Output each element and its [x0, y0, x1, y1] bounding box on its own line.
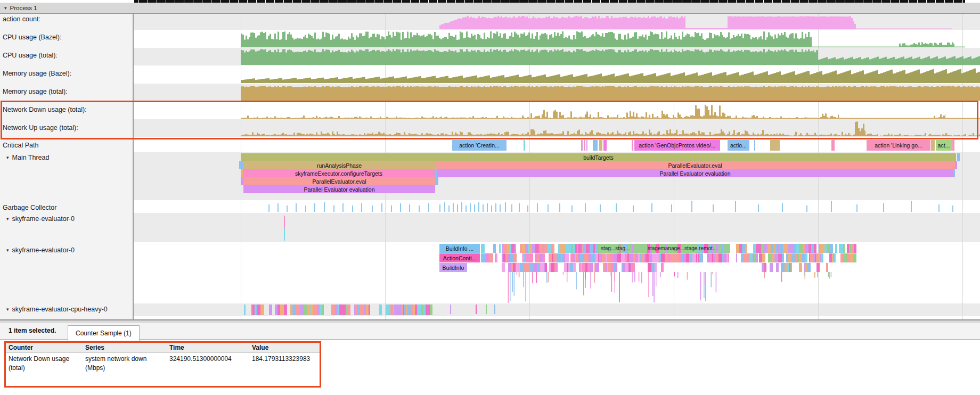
- slice-fragment[interactable]: [758, 244, 761, 253]
- slice-fragment[interactable]: [388, 305, 389, 315]
- async-drip-line[interactable]: [614, 272, 615, 293]
- slice-fragment[interactable]: [505, 253, 507, 262]
- slice-fragment[interactable]: [832, 253, 833, 262]
- slice-fragment[interactable]: [564, 263, 567, 272]
- slice-fragment[interactable]: [611, 263, 614, 272]
- slice-fragment[interactable]: [508, 263, 511, 272]
- slice-fragment[interactable]: [369, 305, 370, 315]
- slice-fragment[interactable]: [768, 253, 772, 262]
- slice-fragment[interactable]: [844, 253, 847, 262]
- slice-fragment[interactable]: [630, 244, 632, 253]
- slice-fragment[interactable]: [820, 253, 821, 262]
- slice-fragment[interactable]: [530, 263, 534, 272]
- slice-act-[interactable]: act...: [936, 140, 952, 151]
- async-drip-line[interactable]: [594, 272, 595, 283]
- slice-fragment[interactable]: [296, 305, 300, 315]
- slice-fragment[interactable]: [625, 253, 627, 262]
- slice-fragment[interactable]: [476, 305, 477, 314]
- slice-fragment[interactable]: [683, 253, 686, 262]
- slice-block[interactable]: [593, 140, 598, 151]
- evaluator-event-tick[interactable]: [284, 228, 285, 241]
- slice-fragment[interactable]: [629, 253, 631, 262]
- async-drip-line[interactable]: [704, 272, 705, 285]
- slice-fragment[interactable]: [778, 253, 782, 262]
- slice-fragment[interactable]: [534, 263, 537, 272]
- slice-fragment[interactable]: [313, 305, 317, 315]
- slice-buildtargets[interactable]: buildTargets: [241, 153, 956, 161]
- slice-fragment[interactable]: [787, 263, 789, 272]
- slice-fragment[interactable]: [749, 253, 753, 262]
- async-drip-line[interactable]: [641, 272, 642, 283]
- slice-fragment[interactable]: [799, 253, 802, 262]
- slice-buildinfo-[interactable]: BuildInfo ...: [439, 244, 480, 253]
- slice-fragment[interactable]: [742, 244, 745, 253]
- slice-fragment[interactable]: [721, 244, 724, 253]
- slice-fragment[interactable]: [667, 253, 671, 262]
- slice-fragment[interactable]: [648, 263, 651, 272]
- slice-fragment[interactable]: [748, 253, 749, 262]
- slice-fragment[interactable]: [558, 253, 560, 262]
- slice-block[interactable]: [586, 140, 587, 151]
- slice-fragment[interactable]: [355, 305, 357, 315]
- slice-fragment[interactable]: [503, 253, 505, 262]
- async-drip-line[interactable]: [514, 272, 515, 296]
- slice-fragment[interactable]: [307, 305, 309, 315]
- slice-fragment[interactable]: [331, 305, 335, 315]
- slice-fragment[interactable]: [568, 263, 570, 272]
- slice-fragment[interactable]: [244, 305, 246, 315]
- slice-fragment[interactable]: [586, 253, 589, 262]
- slice-fragment[interactable]: [304, 305, 307, 315]
- async-drip-line[interactable]: [585, 272, 586, 279]
- async-drip-line[interactable]: [576, 272, 577, 290]
- slice-fragment[interactable]: [565, 253, 569, 262]
- slice-fragment[interactable]: [590, 244, 593, 253]
- slice-fragment[interactable]: [481, 244, 485, 253]
- slice-fragment[interactable]: [818, 253, 820, 262]
- slice-fragment[interactable]: [520, 244, 522, 253]
- slice-fragment[interactable]: [724, 253, 726, 262]
- slice-fragment[interactable]: [494, 305, 495, 314]
- slice-fragment[interactable]: [390, 305, 393, 315]
- slice-fragment[interactable]: [713, 253, 715, 262]
- slice-fragment[interactable]: [486, 253, 488, 262]
- slice-fragment[interactable]: [415, 305, 417, 315]
- slice-fragment[interactable]: [495, 253, 496, 262]
- slice-fragment[interactable]: [644, 244, 647, 253]
- slice-fragment[interactable]: [539, 244, 543, 253]
- slice-block[interactable]: [952, 140, 954, 151]
- slice-fragment[interactable]: [280, 305, 284, 315]
- slice-fragment[interactable]: [753, 253, 754, 262]
- slice-fragment[interactable]: [255, 305, 256, 315]
- async-drip-line[interactable]: [639, 272, 640, 282]
- evaluator-event-tick[interactable]: [284, 216, 285, 228]
- slice-fragment[interactable]: [654, 253, 656, 262]
- slice-actionconti-[interactable]: ActionConti...: [439, 253, 480, 262]
- slice-fragment[interactable]: [602, 253, 606, 262]
- slice-block[interactable]: [931, 140, 935, 151]
- slice-fragment[interactable]: [582, 263, 585, 272]
- slice-fragment[interactable]: [756, 244, 758, 253]
- slice-fragment[interactable]: [312, 305, 313, 315]
- slice-fragment[interactable]: [805, 253, 807, 262]
- slice-fragment[interactable]: [259, 305, 260, 315]
- slice-fragment[interactable]: [513, 263, 516, 272]
- tab-counter-sample[interactable]: Counter Sample (1): [68, 325, 140, 341]
- slice-fragment[interactable]: [839, 244, 840, 253]
- slice-fragment[interactable]: [486, 305, 487, 314]
- counter-series-net-up[interactable]: [241, 121, 980, 136]
- slice-fragment[interactable]: [742, 253, 743, 262]
- slice-fragment[interactable]: [625, 263, 628, 272]
- slice-fragment[interactable]: [605, 263, 607, 272]
- slice-fragment[interactable]: [502, 244, 503, 253]
- slice-fragment[interactable]: [715, 253, 717, 262]
- slice-fragment[interactable]: [528, 244, 530, 253]
- slice-fragment[interactable]: [644, 253, 646, 262]
- slice-runanalysisphase[interactable]: runAnalysisPhase: [243, 161, 435, 169]
- slice-fragment[interactable]: [347, 305, 350, 315]
- slice-fragment[interactable]: [386, 305, 388, 315]
- slice-fragment[interactable]: [791, 253, 795, 262]
- slice-fragment[interactable]: [727, 244, 730, 253]
- slice-fragment[interactable]: [570, 253, 571, 262]
- async-drip-line[interactable]: [512, 272, 513, 292]
- slice-fragment[interactable]: [522, 253, 524, 262]
